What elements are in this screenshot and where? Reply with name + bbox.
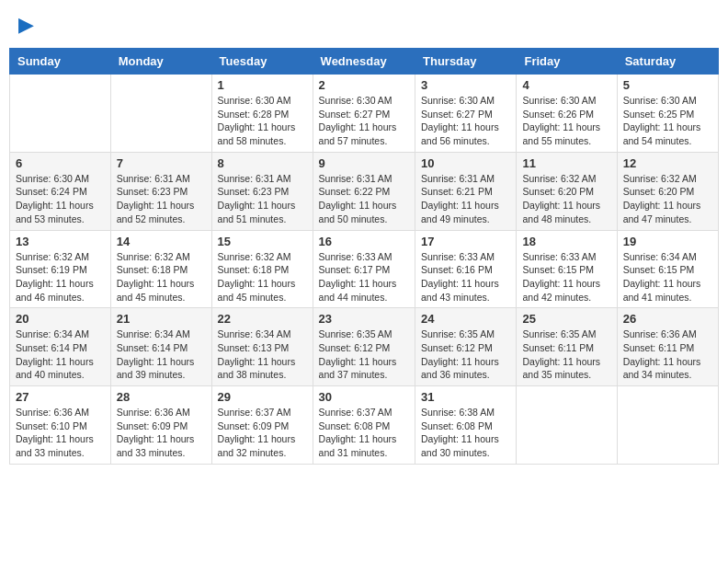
- day-number: 28: [117, 390, 206, 404]
- calendar-week-row: 27Sunrise: 6:36 AM Sunset: 6:10 PM Dayli…: [10, 386, 719, 465]
- day-info-text: Sunrise: 6:30 AM Sunset: 6:27 PM Dayligh…: [421, 94, 510, 148]
- calendar-cell: 7Sunrise: 6:31 AM Sunset: 6:23 PM Daylig…: [110, 152, 211, 230]
- day-info-text: Sunrise: 6:32 AM Sunset: 6:20 PM Dayligh…: [522, 172, 610, 226]
- day-number: 31: [421, 390, 510, 404]
- calendar-week-row: 6Sunrise: 6:30 AM Sunset: 6:24 PM Daylig…: [10, 152, 719, 230]
- calendar-week-row: 20Sunrise: 6:34 AM Sunset: 6:14 PM Dayli…: [10, 308, 719, 386]
- calendar-cell: 18Sunrise: 6:33 AM Sunset: 6:15 PM Dayli…: [517, 230, 617, 308]
- day-info-text: Sunrise: 6:32 AM Sunset: 6:18 PM Dayligh…: [117, 250, 206, 304]
- day-number: 20: [16, 312, 105, 326]
- calendar-cell: 20Sunrise: 6:34 AM Sunset: 6:14 PM Dayli…: [10, 308, 111, 386]
- day-info-text: Sunrise: 6:30 AM Sunset: 6:27 PM Dayligh…: [319, 94, 409, 148]
- calendar-cell: 14Sunrise: 6:32 AM Sunset: 6:18 PM Dayli…: [110, 230, 211, 308]
- day-info-text: Sunrise: 6:35 AM Sunset: 6:12 PM Dayligh…: [421, 327, 510, 382]
- calendar-cell: 23Sunrise: 6:35 AM Sunset: 6:12 PM Dayli…: [313, 308, 415, 386]
- calendar-cell: 10Sunrise: 6:31 AM Sunset: 6:21 PM Dayli…: [415, 152, 517, 230]
- day-info-text: Sunrise: 6:33 AM Sunset: 6:15 PM Dayligh…: [522, 250, 610, 304]
- logo: ▶: [17, 13, 34, 37]
- calendar-cell: 31Sunrise: 6:38 AM Sunset: 6:08 PM Dayli…: [415, 386, 517, 465]
- day-of-week-header: Sunday: [10, 49, 111, 75]
- day-info-text: Sunrise: 6:34 AM Sunset: 6:14 PM Dayligh…: [16, 327, 105, 382]
- calendar-cell: 5Sunrise: 6:30 AM Sunset: 6:25 PM Daylig…: [617, 75, 718, 153]
- day-of-week-header: Saturday: [617, 49, 718, 75]
- calendar-cell: 17Sunrise: 6:33 AM Sunset: 6:16 PM Dayli…: [415, 230, 517, 308]
- logo-bird-icon: ▶: [18, 13, 34, 37]
- day-number: 11: [522, 156, 610, 170]
- day-info-text: Sunrise: 6:32 AM Sunset: 6:19 PM Dayligh…: [16, 250, 105, 304]
- day-number: 1: [218, 78, 307, 92]
- calendar-cell: 12Sunrise: 6:32 AM Sunset: 6:20 PM Dayli…: [617, 152, 718, 230]
- day-of-week-header: Wednesday: [313, 49, 415, 75]
- day-number: 6: [16, 156, 105, 170]
- day-number: 17: [421, 235, 510, 248]
- calendar-cell: 1Sunrise: 6:30 AM Sunset: 6:28 PM Daylig…: [211, 75, 313, 153]
- day-info-text: Sunrise: 6:38 AM Sunset: 6:08 PM Dayligh…: [421, 406, 510, 460]
- calendar-cell: 26Sunrise: 6:36 AM Sunset: 6:11 PM Dayli…: [617, 308, 718, 386]
- day-info-text: Sunrise: 6:31 AM Sunset: 6:21 PM Dayligh…: [421, 172, 510, 226]
- calendar-cell: 13Sunrise: 6:32 AM Sunset: 6:19 PM Dayli…: [10, 230, 111, 308]
- calendar-cell: [10, 75, 111, 153]
- calendar-cell: 22Sunrise: 6:34 AM Sunset: 6:13 PM Dayli…: [211, 308, 313, 386]
- day-info-text: Sunrise: 6:30 AM Sunset: 6:28 PM Dayligh…: [218, 94, 307, 148]
- day-number: 19: [623, 235, 712, 248]
- calendar-cell: 6Sunrise: 6:30 AM Sunset: 6:24 PM Daylig…: [10, 152, 111, 230]
- day-info-text: Sunrise: 6:34 AM Sunset: 6:14 PM Dayligh…: [117, 327, 206, 382]
- day-info-text: Sunrise: 6:32 AM Sunset: 6:20 PM Dayligh…: [623, 172, 712, 226]
- calendar-cell: [617, 386, 718, 465]
- day-number: 29: [218, 390, 307, 404]
- calendar-cell: 19Sunrise: 6:34 AM Sunset: 6:15 PM Dayli…: [617, 230, 718, 308]
- day-number: 21: [117, 312, 206, 326]
- day-of-week-header: Friday: [517, 49, 617, 75]
- day-info-text: Sunrise: 6:36 AM Sunset: 6:09 PM Dayligh…: [117, 406, 206, 460]
- day-number: 27: [16, 390, 105, 404]
- calendar-cell: 2Sunrise: 6:30 AM Sunset: 6:27 PM Daylig…: [313, 75, 415, 153]
- calendar-week-row: 13Sunrise: 6:32 AM Sunset: 6:19 PM Dayli…: [10, 230, 719, 308]
- calendar-cell: 28Sunrise: 6:36 AM Sunset: 6:09 PM Dayli…: [110, 386, 211, 465]
- calendar-cell: 25Sunrise: 6:35 AM Sunset: 6:11 PM Dayli…: [517, 308, 617, 386]
- day-info-text: Sunrise: 6:30 AM Sunset: 6:25 PM Dayligh…: [623, 94, 712, 148]
- day-info-text: Sunrise: 6:36 AM Sunset: 6:10 PM Dayligh…: [16, 406, 105, 460]
- calendar-cell: 3Sunrise: 6:30 AM Sunset: 6:27 PM Daylig…: [415, 75, 517, 153]
- day-number: 2: [319, 78, 409, 92]
- day-info-text: Sunrise: 6:31 AM Sunset: 6:23 PM Dayligh…: [117, 172, 206, 226]
- day-number: 16: [319, 235, 409, 248]
- page-header: ▶: [9, 9, 719, 40]
- calendar-table: SundayMondayTuesdayWednesdayThursdayFrid…: [9, 48, 719, 465]
- day-info-text: Sunrise: 6:34 AM Sunset: 6:13 PM Dayligh…: [218, 327, 307, 382]
- day-number: 25: [522, 312, 610, 326]
- day-number: 26: [623, 312, 712, 326]
- calendar-cell: 4Sunrise: 6:30 AM Sunset: 6:26 PM Daylig…: [517, 75, 617, 153]
- day-info-text: Sunrise: 6:30 AM Sunset: 6:26 PM Dayligh…: [522, 94, 610, 148]
- calendar-cell: 15Sunrise: 6:32 AM Sunset: 6:18 PM Dayli…: [211, 230, 313, 308]
- day-info-text: Sunrise: 6:35 AM Sunset: 6:12 PM Dayligh…: [319, 327, 409, 382]
- day-number: 13: [16, 235, 105, 248]
- day-info-text: Sunrise: 6:33 AM Sunset: 6:16 PM Dayligh…: [421, 250, 510, 304]
- calendar-cell: 29Sunrise: 6:37 AM Sunset: 6:09 PM Dayli…: [211, 386, 313, 465]
- day-number: 9: [319, 156, 409, 170]
- day-number: 18: [522, 235, 610, 248]
- day-number: 5: [623, 78, 712, 92]
- calendar-cell: 30Sunrise: 6:37 AM Sunset: 6:08 PM Dayli…: [313, 386, 415, 465]
- day-info-text: Sunrise: 6:35 AM Sunset: 6:11 PM Dayligh…: [522, 327, 610, 382]
- calendar-cell: 24Sunrise: 6:35 AM Sunset: 6:12 PM Dayli…: [415, 308, 517, 386]
- day-info-text: Sunrise: 6:31 AM Sunset: 6:22 PM Dayligh…: [319, 172, 409, 226]
- day-info-text: Sunrise: 6:37 AM Sunset: 6:08 PM Dayligh…: [319, 406, 409, 460]
- day-info-text: Sunrise: 6:33 AM Sunset: 6:17 PM Dayligh…: [319, 250, 409, 304]
- day-info-text: Sunrise: 6:31 AM Sunset: 6:23 PM Dayligh…: [218, 172, 307, 226]
- day-of-week-header: Monday: [110, 49, 211, 75]
- day-info-text: Sunrise: 6:36 AM Sunset: 6:11 PM Dayligh…: [623, 327, 712, 382]
- calendar-cell: 27Sunrise: 6:36 AM Sunset: 6:10 PM Dayli…: [10, 386, 111, 465]
- day-of-week-header: Tuesday: [211, 49, 313, 75]
- day-number: 10: [421, 156, 510, 170]
- calendar-header-row: SundayMondayTuesdayWednesdayThursdayFrid…: [10, 49, 719, 75]
- calendar-cell: 8Sunrise: 6:31 AM Sunset: 6:23 PM Daylig…: [211, 152, 313, 230]
- day-number: 23: [319, 312, 409, 326]
- calendar-week-row: 1Sunrise: 6:30 AM Sunset: 6:28 PM Daylig…: [10, 75, 719, 153]
- day-number: 22: [218, 312, 307, 326]
- day-number: 8: [218, 156, 307, 170]
- day-info-text: Sunrise: 6:37 AM Sunset: 6:09 PM Dayligh…: [218, 406, 307, 460]
- calendar-cell: [110, 75, 211, 153]
- calendar-cell: 21Sunrise: 6:34 AM Sunset: 6:14 PM Dayli…: [110, 308, 211, 386]
- calendar-cell: 9Sunrise: 6:31 AM Sunset: 6:22 PM Daylig…: [313, 152, 415, 230]
- calendar-cell: [517, 386, 617, 465]
